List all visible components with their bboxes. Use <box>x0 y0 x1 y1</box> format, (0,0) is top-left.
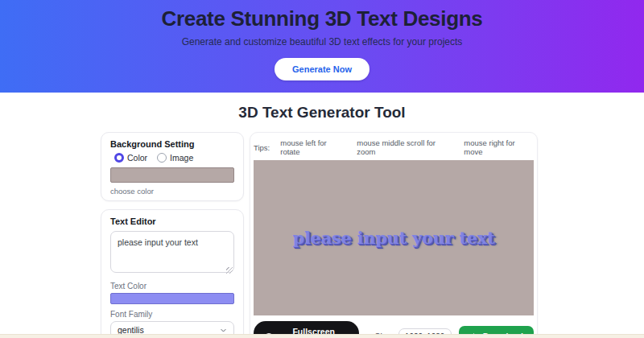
next-section-edge <box>0 334 644 338</box>
preview-panel: Tips: mouse left for rotate mouse middle… <box>250 132 538 338</box>
hero-subtitle: Generate and customize beautiful 3D text… <box>0 36 644 47</box>
tip-move: mouse right for move <box>464 138 534 156</box>
tip-zoom: mouse middle scroll for zoom <box>357 138 453 156</box>
generator-content: Background Setting Color Image choose co… <box>101 132 644 338</box>
tips-bar: Tips: mouse left for rotate mouse middle… <box>254 134 534 160</box>
background-setting-card: Background Setting Color Image choose co… <box>101 132 244 201</box>
radio-selected-icon <box>114 153 124 163</box>
choose-color-hint: choose color <box>110 187 234 196</box>
radio-option-image-label: Image <box>170 153 193 163</box>
background-setting-title: Background Setting <box>110 139 234 150</box>
radio-unselected-icon <box>157 153 167 163</box>
text-input[interactable]: please input your text <box>110 231 234 273</box>
radio-option-color[interactable]: Color <box>114 153 147 163</box>
radio-option-color-label: Color <box>127 153 147 163</box>
settings-sidebar: Background Setting Color Image choose co… <box>101 132 244 338</box>
hero-title: Create Stunning 3D Text Designs <box>0 0 644 31</box>
background-color-swatch[interactable] <box>110 167 234 183</box>
background-type-radio-group: Color Image <box>110 153 234 163</box>
hero-banner: Create Stunning 3D Text Designs Generate… <box>0 0 644 93</box>
preview-canvas[interactable]: please input your text <box>254 160 534 315</box>
text-color-label: Text Color <box>110 282 234 291</box>
section-title: 3D Text Generator Tool <box>0 104 644 122</box>
font-family-label: Font Family <box>110 310 234 319</box>
canvas-3d-text: please input your text <box>293 228 495 248</box>
tip-rotate: mouse left for rotate <box>280 138 346 156</box>
text-color-swatch[interactable] <box>110 293 234 304</box>
text-input-wrap: please input your text <box>110 231 234 276</box>
chevron-down-icon <box>220 327 227 334</box>
tips-prefix: Tips: <box>254 143 270 152</box>
text-editor-title: Text Editor <box>110 216 234 227</box>
generate-now-button[interactable]: Generate Now <box>275 58 369 80</box>
radio-option-image[interactable]: Image <box>157 153 193 163</box>
text-editor-card: Text Editor please input your text Text … <box>101 209 244 338</box>
